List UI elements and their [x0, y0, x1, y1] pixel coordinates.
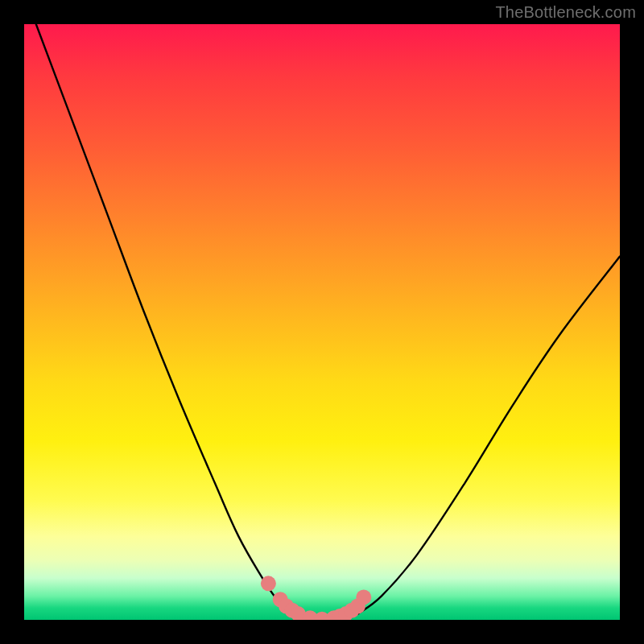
watermark-text: TheBottleneck.com	[495, 3, 636, 22]
plot-area	[24, 24, 620, 620]
chart-svg	[24, 24, 620, 620]
highlight-markers	[261, 576, 371, 620]
highlight-dot	[356, 589, 371, 605]
curve-right	[357, 257, 620, 614]
curve-left	[36, 24, 299, 617]
highlight-dot	[261, 576, 276, 591]
outer-frame: TheBottleneck.com	[0, 0, 644, 644]
